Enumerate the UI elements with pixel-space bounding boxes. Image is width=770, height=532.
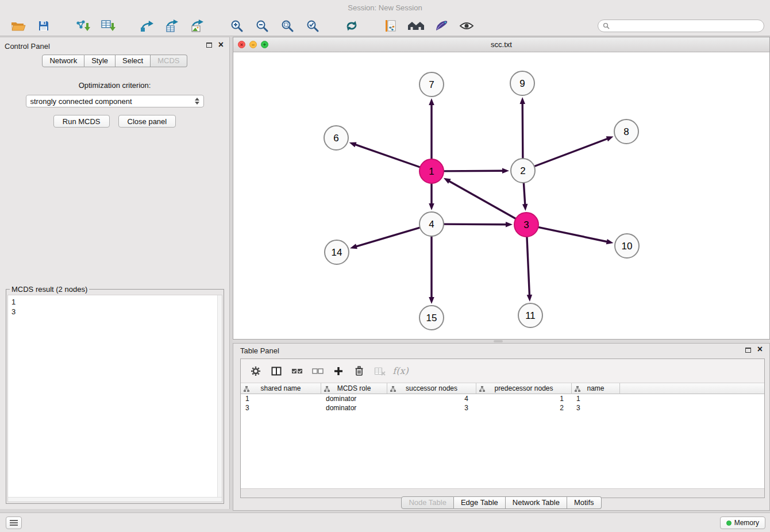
table-cell[interactable]: 3 (572, 403, 620, 413)
graph-edge-2-3[interactable] (523, 183, 525, 205)
graph-edge-1-6[interactable] (355, 144, 419, 167)
window-zoom-button[interactable]: + (261, 41, 268, 48)
graph-edge-arrowhead (519, 97, 525, 104)
graph-edge-arrowhead (429, 203, 434, 210)
graph-edge-2-8[interactable] (535, 138, 609, 166)
window-title: Session: New Session (348, 3, 422, 12)
column-header-predecessor-nodes[interactable]: predecessor nodes (476, 383, 572, 394)
show-graphics-details-button[interactable] (454, 17, 479, 34)
tab-network[interactable]: Network (42, 55, 84, 67)
column-header-name[interactable]: name (572, 383, 620, 394)
close-control-panel-icon[interactable]: × (218, 40, 224, 50)
import-table-button[interactable] (95, 17, 121, 34)
table-cell[interactable]: dominator (321, 394, 387, 403)
add-column-button[interactable] (328, 362, 349, 380)
tab-edge-table[interactable]: Edge Table (454, 496, 506, 509)
float-table-panel-icon[interactable] (745, 348, 751, 353)
table-cell[interactable]: 4 (387, 394, 476, 403)
status-bar: Memory (0, 512, 770, 532)
table-cell[interactable]: 3 (387, 403, 476, 413)
network-window-titlebar[interactable]: × − + scc.txt (233, 37, 769, 52)
open-folder-icon (11, 20, 26, 32)
graph-node-label: 11 (525, 310, 536, 321)
criterion-select[interactable]: strongly connected component (26, 95, 204, 107)
table-cell[interactable]: 3 (241, 403, 321, 413)
table-cell[interactable]: 1 (241, 394, 321, 403)
close-panel-button[interactable]: Close panel (118, 115, 176, 128)
zoom-selected-icon (306, 19, 319, 33)
graph-edge-3-10[interactable] (539, 228, 608, 242)
tab-mcds[interactable]: MCDS (151, 55, 187, 67)
tab-select[interactable]: Select (116, 55, 151, 67)
tab-network-table[interactable]: Network Table (506, 496, 567, 509)
graph-edge-3-1[interactable] (449, 181, 515, 219)
network-view-window: × − + scc.txt 7968124314101511 (233, 37, 770, 340)
select-all-icon (291, 367, 303, 375)
memory-button[interactable]: Memory (720, 516, 765, 529)
graph-edge-arrowhead (506, 222, 513, 227)
graph-node-label: 7 (429, 79, 434, 90)
graph-edge-3-11[interactable] (527, 237, 530, 296)
graph-edge-1-2[interactable] (444, 171, 503, 171)
graph-edge-4-14[interactable] (356, 228, 419, 246)
search-input[interactable] (613, 22, 759, 30)
tab-node-table[interactable]: Node Table (401, 496, 454, 509)
float-panel-icon[interactable] (206, 43, 212, 48)
window-minimize-button[interactable]: − (249, 41, 257, 48)
network-canvas[interactable]: 7968124314101511 (233, 52, 769, 339)
export-table-button[interactable] (160, 17, 185, 34)
select-all-button[interactable] (287, 362, 307, 380)
delete-table-button[interactable] (369, 362, 390, 380)
open-file-button[interactable] (6, 17, 31, 34)
criterion-selected-value: strongly connected component (30, 97, 132, 106)
zoom-out-button[interactable] (249, 17, 275, 34)
table-cell[interactable]: 1 (572, 394, 620, 403)
export-network-button[interactable] (134, 17, 160, 34)
export-table-icon (165, 20, 180, 32)
gear-icon (251, 366, 261, 376)
refresh-view-button[interactable] (339, 17, 364, 34)
task-history-button[interactable] (6, 516, 22, 529)
table-settings-button[interactable] (245, 362, 266, 380)
tab-style[interactable]: Style (84, 55, 116, 67)
result-horizontal-scrollbar[interactable] (8, 497, 222, 502)
mcds-result-line: 1 (11, 297, 218, 307)
zoom-fit-button[interactable] (275, 17, 300, 34)
zoom-in-button[interactable] (224, 17, 249, 34)
deselect-all-button[interactable] (307, 362, 328, 380)
export-image-button[interactable] (185, 17, 210, 34)
paste-network-button[interactable] (378, 17, 403, 34)
window-close-button[interactable]: × (238, 41, 245, 48)
network-graph: 7968124314101511 (233, 52, 769, 339)
function-builder-button[interactable]: f(x) (390, 362, 411, 380)
column-header-MCDS-role[interactable]: MCDS role (321, 383, 387, 394)
delete-column-button[interactable] (349, 362, 369, 380)
zoom-selected-button[interactable] (300, 17, 325, 34)
node-table-container: f(x) shared nameMCDS rolesuccessor nodes… (240, 358, 765, 498)
save-session-button[interactable] (31, 17, 56, 34)
show-columns-button[interactable] (266, 362, 287, 380)
column-header-label: shared name (260, 384, 301, 392)
import-network-button[interactable] (70, 17, 95, 34)
run-mcds-button[interactable]: Run MCDS (53, 115, 110, 128)
mcds-buttons-row: Run MCDS Close panel (0, 115, 229, 128)
home-button[interactable] (403, 17, 429, 34)
table-row[interactable]: 1dominator411 (241, 394, 764, 403)
table-cell[interactable]: dominator (321, 403, 387, 413)
table-cell[interactable]: 2 (476, 403, 572, 413)
column-header-successor-nodes[interactable]: successor nodes (387, 383, 476, 394)
graph-node-label: 4 (429, 219, 434, 230)
search-field[interactable] (598, 20, 764, 32)
apply-style-button[interactable] (429, 17, 454, 34)
table-row[interactable]: 3dominator323 (241, 403, 764, 413)
graph-node-label: 14 (332, 247, 342, 258)
result-vertical-scrollbar[interactable] (217, 295, 222, 502)
tab-motifs[interactable]: Motifs (567, 496, 602, 509)
graph-edge-arrowhead (527, 295, 532, 302)
table-cell[interactable]: 1 (476, 394, 572, 403)
zoom-fit-icon (280, 19, 294, 33)
graph-edge-2-9[interactable] (522, 103, 523, 158)
column-header-shared-name[interactable]: shared name (241, 383, 321, 394)
close-table-panel-icon[interactable]: × (757, 344, 763, 354)
graph-edge-4-3[interactable] (444, 224, 507, 225)
